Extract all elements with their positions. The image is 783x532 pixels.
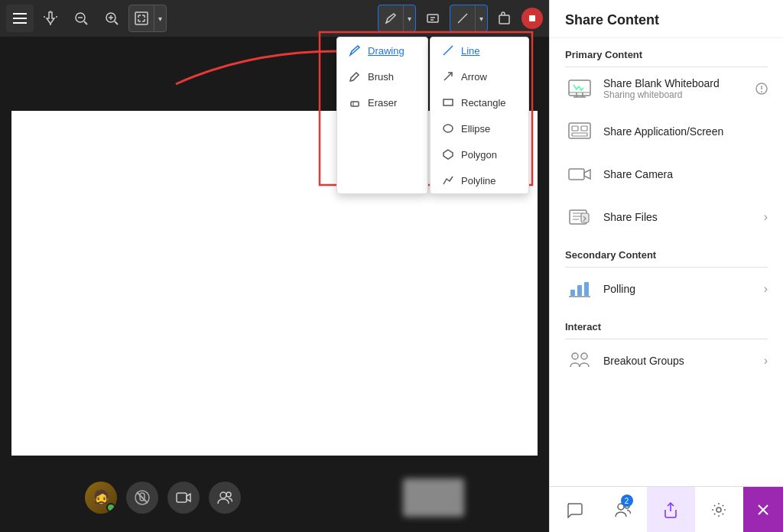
drawing-icon (348, 44, 362, 57)
fit-screen-group: ▾ (128, 5, 167, 32)
fit-screen-dropdown-button[interactable]: ▾ (154, 5, 166, 31)
brush-icon (348, 70, 362, 83)
drawing-option[interactable]: Drawing (337, 37, 427, 63)
drawing-tool-button[interactable] (379, 5, 403, 31)
svg-point-31 (226, 492, 231, 497)
arrow-option[interactable]: Arrow (430, 63, 528, 89)
whiteboard-text: Share Blank Whiteboard Sharing whiteboar… (603, 77, 755, 100)
panel-title: Share Content (550, 0, 783, 38)
shapes-tool-button[interactable] (491, 5, 518, 32)
fit-screen-button[interactable] (129, 5, 154, 31)
line-tool-button[interactable] (450, 5, 475, 31)
application-title: Share Application/Screen (603, 125, 768, 138)
brush-label: Brush (368, 71, 394, 83)
polling-chevron: › (764, 282, 768, 296)
whiteboard-action-button[interactable] (755, 83, 768, 95)
ellipse-icon (441, 122, 455, 135)
share-camera-item[interactable]: Share Camera (550, 153, 783, 196)
polyline-option[interactable]: Polyline (430, 167, 528, 193)
svg-rect-48 (577, 285, 582, 296)
line-label: Line (461, 45, 480, 57)
svg-rect-47 (570, 290, 575, 296)
brush-option[interactable]: Brush (337, 63, 427, 89)
online-status-indicator (106, 503, 115, 512)
svg-rect-16 (529, 15, 535, 21)
svg-line-5 (84, 21, 87, 24)
svg-rect-17 (351, 102, 359, 106)
share-tab-button[interactable] (647, 487, 695, 532)
polygon-label: Polygon (461, 149, 497, 161)
share-whiteboard-item[interactable]: Share Blank Whiteboard Sharing whiteboar… (550, 67, 783, 110)
participants-tab-button[interactable]: 2 (598, 487, 646, 532)
svg-line-14 (458, 14, 467, 23)
line-tool-group: ▾ (450, 5, 488, 32)
drawing-tool-dropdown-button[interactable]: ▾ (403, 5, 415, 31)
svg-line-19 (443, 46, 453, 55)
chat-tab-button[interactable] (550, 487, 598, 532)
eraser-label: Eraser (368, 97, 397, 109)
svg-rect-1 (13, 18, 27, 19)
svg-rect-15 (499, 15, 509, 24)
svg-rect-41 (572, 126, 578, 131)
files-chevron: › (764, 210, 768, 224)
ellipse-label: Ellipse (461, 123, 490, 135)
eraser-icon (348, 96, 362, 109)
camera-text: Share Camera (603, 168, 768, 180)
breakout-groups-item[interactable]: Breakout Groups › (550, 339, 783, 382)
dropdown-container: Drawing Brush Eraser (336, 37, 529, 194)
camera-icon (565, 162, 594, 187)
polling-item[interactable]: Polling › (550, 268, 783, 310)
polling-icon (565, 277, 594, 301)
text-tool-button[interactable] (419, 5, 447, 32)
drawing-label: Drawing (368, 45, 404, 57)
polygon-icon (441, 148, 455, 161)
svg-rect-29 (177, 493, 187, 502)
menu-button[interactable] (6, 5, 34, 32)
zoom-out-button[interactable] (67, 5, 95, 32)
settings-tab-button[interactable] (695, 487, 743, 532)
polling-text: Polling (603, 283, 764, 295)
files-icon (565, 205, 594, 229)
drawing-dropdown: Drawing Brush Eraser (336, 37, 428, 194)
mute-button[interactable] (126, 482, 158, 514)
files-title: Share Files (603, 211, 764, 223)
primary-content-section-title: Primary Content (550, 38, 783, 66)
polyline-label: Polyline (461, 175, 496, 187)
svg-line-9 (115, 21, 118, 24)
eraser-option[interactable]: Eraser (337, 89, 427, 115)
svg-point-22 (443, 125, 453, 132)
participants-badge: 2 (621, 495, 633, 507)
zoom-in-button[interactable] (98, 5, 125, 32)
rectangle-label: Rectangle (461, 97, 506, 109)
svg-point-30 (220, 492, 226, 498)
participants-bottom-button[interactable] (209, 482, 241, 514)
bottom-bar: 🧔 (0, 463, 549, 532)
svg-rect-2 (13, 22, 27, 24)
share-application-item[interactable]: Share Application/Screen (550, 110, 783, 153)
main-area: ▾ ▾ (0, 0, 549, 532)
svg-rect-44 (569, 169, 584, 180)
rectangle-icon (441, 96, 455, 109)
svg-point-39 (761, 91, 762, 92)
rectangle-option[interactable]: Rectangle (430, 89, 528, 115)
line-tool-dropdown-button[interactable]: ▾ (475, 5, 487, 31)
breakout-icon (565, 349, 594, 373)
line-option[interactable]: Line (430, 37, 528, 63)
interact-section-title: Interact (550, 310, 783, 339)
svg-point-54 (583, 355, 586, 358)
svg-rect-42 (581, 126, 587, 131)
svg-rect-10 (135, 12, 148, 24)
svg-rect-21 (443, 99, 453, 105)
right-panel: Share Content Primary Content Share Blan… (549, 0, 783, 532)
video-button[interactable] (167, 482, 200, 514)
user-avatar-button[interactable]: 🧔 (85, 482, 117, 514)
ellipse-option[interactable]: Ellipse (430, 115, 528, 141)
application-icon (565, 119, 594, 144)
share-files-item[interactable]: Share Files › (550, 196, 783, 238)
pan-button[interactable] (37, 5, 64, 32)
stop-sharing-button[interactable] (521, 8, 543, 29)
close-panel-button[interactable] (743, 487, 783, 532)
application-text: Share Application/Screen (603, 125, 768, 138)
polygon-option[interactable]: Polygon (430, 141, 528, 167)
whiteboard-title: Share Blank Whiteboard (603, 77, 755, 89)
